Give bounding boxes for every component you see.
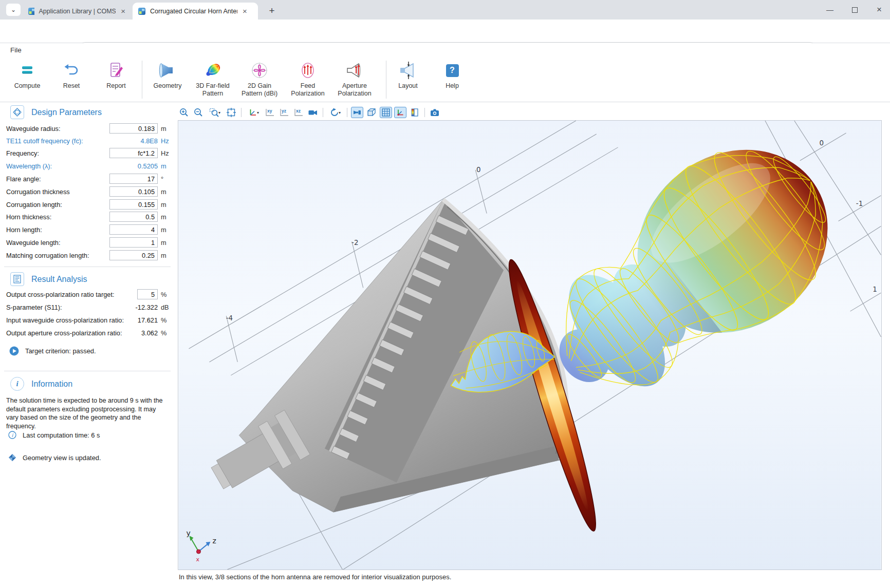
window-minimize-button[interactable]: — (818, 0, 842, 20)
screenshot-icon[interactable] (429, 107, 441, 118)
report-icon (107, 59, 125, 82)
report-button[interactable]: Report (91, 59, 141, 101)
button-label: Feed Polarization (285, 82, 330, 98)
parameter-row: Wavelength (λ): 0.5205 m (0, 160, 175, 173)
scene-light-toggle[interactable] (351, 107, 363, 118)
app-menu-bar: File (0, 43, 890, 56)
tab-search-button[interactable]: ⌄ (6, 4, 21, 16)
triad-x-label: x (196, 556, 199, 563)
parameter-label: Corrugation thickness (6, 188, 70, 196)
parameter-label: Frequency: (6, 149, 39, 157)
browser-toolbar: comsol.com/server-demo/app/library_corru… (0, 20, 890, 43)
unit-label: Hz (161, 137, 169, 145)
zoom-in-icon[interactable] (178, 107, 190, 118)
compute-button[interactable]: Compute (3, 59, 52, 101)
section-separator (4, 371, 171, 371)
unit-label: ° (161, 175, 163, 183)
window-close-button[interactable]: × (867, 0, 890, 20)
close-icon[interactable]: × (242, 7, 248, 15)
help-button[interactable]: ? Help (428, 59, 477, 101)
zoom-extents-icon[interactable] (225, 107, 237, 118)
frequency-input[interactable] (109, 148, 158, 158)
zoom-box-icon[interactable]: ▾ (207, 107, 223, 118)
button-label: 3D Far-field Pattern (190, 82, 235, 98)
axis-label: 0 (476, 166, 481, 174)
layout-button[interactable]: Layout (383, 59, 433, 101)
window-maximize-button[interactable] (843, 0, 866, 20)
horn-thickness-input[interactable] (109, 212, 158, 222)
gain-pattern-button[interactable]: 2D Gain Pattern (dBi) (235, 59, 284, 101)
view-xy-button[interactable]: xy (264, 107, 276, 118)
information-header: i Information (10, 377, 72, 391)
waveguide-radius-input[interactable] (109, 123, 158, 134)
plus-icon: + (269, 5, 274, 16)
corrugation-length-input[interactable] (109, 199, 158, 210)
cross-pol-target-input[interactable] (137, 289, 158, 299)
comsol-favicon (138, 7, 146, 15)
result-value: 17.621 (106, 316, 158, 324)
feed-polarization-button[interactable]: Feed Polarization (283, 59, 332, 101)
parameter-row: Frequency: Hz (0, 147, 175, 160)
matching-corrugation-length-input[interactable] (109, 250, 158, 260)
close-icon[interactable]: × (120, 7, 126, 15)
corrugation-thickness-input[interactable] (109, 186, 158, 197)
camera-view-icon[interactable] (307, 107, 319, 118)
maximize-icon (852, 7, 858, 13)
unit-label: m (161, 252, 166, 259)
unit-label: m (161, 125, 166, 132)
browser-tab-strip: ⌄ Application Library | COMSOL S × Corru… (0, 0, 890, 20)
new-tab-button[interactable]: + (265, 4, 279, 17)
transparency-toggle[interactable] (365, 107, 378, 118)
far-field-pattern-button[interactable]: 3D Far-field Pattern (188, 59, 237, 101)
2d-gain-icon (250, 59, 269, 82)
tab-corrugated-horn[interactable]: Corrugated Circular Horn Anten × (133, 3, 258, 20)
chevron-down-icon: ▾ (218, 110, 220, 115)
axis-label: -4 (226, 314, 233, 322)
plane-label: yz (282, 108, 286, 113)
layout-icon (398, 59, 418, 82)
zoom-out-icon[interactable] (192, 107, 205, 118)
parameter-row: Flare angle: ° (0, 173, 175, 185)
parameter-label: Horn thickness: (6, 213, 51, 221)
unit-label: m (161, 226, 166, 234)
unit-label: % (161, 291, 166, 298)
svg-text:i: i (12, 432, 14, 438)
parameter-row: Corrugation thickness m (0, 186, 175, 198)
button-label: Geometry (154, 82, 182, 90)
file-menu[interactable]: File (7, 45, 25, 55)
result-value: 3.062 (106, 329, 158, 337)
view-xz-button[interactable]: xz (292, 107, 305, 118)
graphics-canvas[interactable]: 0 -2 -4 0 -1 1 (178, 120, 882, 570)
grid-toggle[interactable] (380, 107, 392, 118)
axis-label: 0 (819, 139, 824, 147)
parameter-row: Horn length: m (0, 224, 175, 236)
result-row: Output aperture cross-polarization ratio… (0, 327, 175, 339)
info-circle-icon: i (8, 431, 16, 439)
parameter-label: Wavelength (λ): (6, 162, 52, 170)
comsol-favicon (28, 7, 34, 15)
tab-title: Application Library | COMSOL S (39, 8, 116, 15)
computed-value: 0.5205 (106, 162, 158, 170)
chevron-down-icon: ▾ (339, 110, 341, 115)
waveguide-length-input[interactable] (109, 237, 158, 248)
aperture-polarization-button[interactable]: Aperture Polarization (330, 59, 379, 101)
parameter-row: Waveguide length: m (0, 237, 175, 249)
design-parameters-icon (10, 105, 24, 119)
default-view-icon[interactable]: ▾ (245, 107, 262, 118)
rotate-icon[interactable]: ▾ (327, 107, 343, 118)
view-yz-button[interactable]: yz (278, 107, 290, 118)
tab-application-library[interactable]: Application Library | COMSOL S × (23, 3, 132, 20)
geometry-button[interactable]: Geometry (143, 59, 192, 101)
compute-icon (18, 59, 36, 82)
triad-y-label: y (187, 529, 191, 537)
axis-label: -2 (351, 239, 358, 246)
chevron-down-icon: ⌄ (11, 6, 16, 13)
axes-toggle[interactable] (394, 107, 406, 118)
flare-angle-input[interactable] (109, 174, 158, 184)
tab-title: Corrugated Circular Horn Anten (150, 8, 237, 15)
horn-length-input[interactable] (109, 224, 158, 235)
reset-button[interactable]: Reset (47, 59, 96, 101)
toolbar-divider (241, 108, 242, 117)
parameter-label: Waveguide length: (6, 239, 61, 246)
color-legend-toggle[interactable] (409, 107, 421, 118)
